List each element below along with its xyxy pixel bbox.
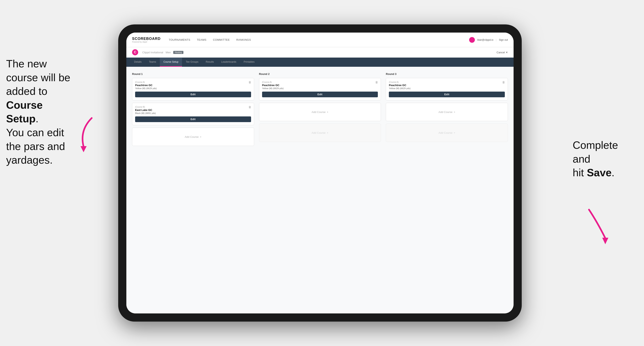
round-1-course-a-label: (Course A) [135,81,251,83]
round-2-header: Round 2 [259,72,381,75]
round-2-add-course-disabled: Add Course + [259,124,381,142]
round-3-course-a-label: (Course A) [389,81,505,83]
round-1-course-b-label: (Course B) [135,106,251,108]
round-1-course-b-card: 🗑 (Course B) East Lake GC Black (M) (689… [132,103,254,125]
annotation-left: The new course will be added to Course S… [6,57,73,167]
round-1-course-a-card: 🗑 (Course A) Peachtree GC Yellow (M) (66… [132,78,254,100]
round-1-column: Round 1 🗑 (Course A) Peachtree GC Yellow… [132,72,254,148]
round-3-course-a-edit-button[interactable]: Edit [389,92,505,97]
sign-out-link[interactable]: Sign out [499,38,508,41]
user-email: blair@clippd.io [477,38,494,41]
tab-course-setup[interactable]: Course Setup [160,58,182,67]
tournament-gender: Men [166,51,171,54]
svg-marker-1 [602,238,608,244]
round-1-course-a-tee: Yellow (M) (6629 yds) [135,87,251,90]
round-1-add-course-button[interactable]: Add Course + [132,128,254,146]
round-3-course-a-delete-icon[interactable]: 🗑 [502,80,506,84]
main-content: Round 1 🗑 (Course A) Peachtree GC Yellow… [126,67,514,314]
round-3-column: Round 3 🗑 (Course A) Peachtree GC Yellow… [386,72,508,148]
scoreboard-logo: SCOREBOARD Powered by clippd [132,37,160,43]
annotation-right: Complete and hit Save. [573,138,638,180]
logo-main: SCOREBOARD [132,37,160,41]
round-1-course-a-edit-button[interactable]: Edit [135,92,251,97]
round-1-course-b-tee: Black (M) (6891 yds) [135,112,251,114]
round-2-course-a-label: (Course A) [262,81,378,83]
round-2-course-a-card: 🗑 (Course A) Peachtree GC Yellow (M) (66… [259,78,381,100]
round-1-course-b-edit-button[interactable]: Edit [135,116,251,122]
tab-details[interactable]: Details [130,58,145,67]
nav-right: blair@clippd.io | Sign out [469,37,508,43]
round-3-add-course-button[interactable]: Add Course + [386,103,508,121]
round-1-course-b-delete-icon[interactable]: 🗑 [248,105,252,109]
round-1-header: Round 1 [132,72,254,75]
round-2-add-course-button[interactable]: Add Course + [259,103,381,121]
round-1-course-a-name: Peachtree GC [135,84,251,87]
round-3-add-course-disabled: Add Course + [386,124,508,142]
arrow-right-icon [577,205,618,246]
tablet-frame: SCOREBOARD Powered by clippd TOURNAMENTS… [118,24,522,322]
arrow-left-icon [67,114,100,155]
round-3-course-a-card: 🗑 (Course A) Peachtree GC Yellow (M) (66… [386,78,508,100]
tab-printables[interactable]: Printables [240,58,258,67]
round-2-course-a-delete-icon[interactable]: 🗑 [374,80,379,84]
tournament-logo: C [132,49,138,55]
logo-sub: Powered by clippd [132,41,160,43]
nav-links: TOURNAMENTS TEAMS COMMITTEE RANKINGS [169,38,469,41]
round-1-course-b-name: East Lake GC [135,109,251,112]
tab-tee-groups[interactable]: Tee Groups [182,58,202,67]
round-2-course-a-name: Peachtree GC [262,84,378,87]
tab-leaderboards[interactable]: Leaderboards [218,58,240,67]
nav-tournaments[interactable]: TOURNAMENTS [169,38,190,41]
hosting-badge: Hosting [173,51,184,54]
tab-results[interactable]: Results [202,58,218,67]
user-avatar [469,37,475,43]
nav-rankings[interactable]: RANKINGS [236,38,251,41]
cancel-button[interactable]: Cancel ✕ [497,51,508,54]
tournament-left: C Clippd Invitational Men Hosting [132,49,184,55]
top-nav: SCOREBOARD Powered by clippd TOURNAMENTS… [126,32,514,47]
tournament-name: Clippd Invitational Men [140,50,171,54]
round-2-course-a-tee: Yellow (M) (6629 yds) [262,87,378,90]
tab-teams[interactable]: Teams [145,58,160,67]
round-3-course-a-tee: Yellow (M) (6629 yds) [389,87,505,90]
round-3-header: Round 3 [386,72,508,75]
tab-bar: Details Teams Course Setup Tee Groups Re… [126,58,514,67]
round-1-course-a-delete-icon[interactable]: 🗑 [248,80,252,84]
round-2-course-a-edit-button[interactable]: Edit [262,92,378,97]
rounds-grid: Round 1 🗑 (Course A) Peachtree GC Yellow… [132,72,508,148]
svg-marker-0 [80,146,86,152]
round-2-column: Round 2 🗑 (Course A) Peachtree GC Yellow… [259,72,381,148]
round-3-course-a-name: Peachtree GC [389,84,505,87]
tournament-banner: C Clippd Invitational Men Hosting Cancel… [126,47,514,58]
tablet-screen: SCOREBOARD Powered by clippd TOURNAMENTS… [126,32,514,314]
nav-committee[interactable]: COMMITTEE [213,38,230,41]
nav-teams[interactable]: TEAMS [197,38,206,41]
